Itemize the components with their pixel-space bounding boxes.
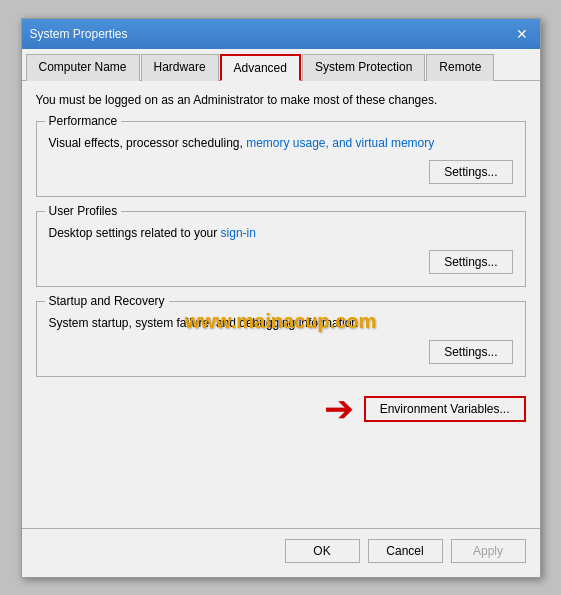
- startup-title: Startup and Recovery: [45, 294, 169, 308]
- environment-variables-button[interactable]: Environment Variables...: [364, 396, 526, 422]
- startup-settings-button[interactable]: Settings...: [429, 340, 512, 364]
- user-profiles-desc: Desktop settings related to your sign-in: [49, 226, 513, 240]
- user-profiles-section: User Profiles Desktop settings related t…: [36, 211, 526, 287]
- user-profiles-settings-button[interactable]: Settings...: [429, 250, 512, 274]
- performance-settings-row: Settings...: [49, 160, 513, 184]
- startup-settings-row: Settings...: [49, 340, 513, 364]
- cancel-button[interactable]: Cancel: [368, 539, 443, 563]
- tab-hardware[interactable]: Hardware: [141, 54, 219, 81]
- user-profiles-desc-start: Desktop settings related to your: [49, 226, 221, 240]
- title-bar: System Properties ✕: [22, 19, 540, 49]
- performance-section: Performance Visual effects, processor sc…: [36, 121, 526, 197]
- footer-buttons: OK Cancel Apply: [22, 528, 540, 577]
- user-profiles-title: User Profiles: [45, 204, 122, 218]
- tab-advanced[interactable]: Advanced: [220, 54, 301, 81]
- env-vars-area: ➔ Environment Variables...: [36, 391, 526, 427]
- system-properties-window: System Properties ✕ Computer Name Hardwa…: [21, 18, 541, 578]
- startup-desc: System startup, system failure, and debu…: [49, 316, 513, 330]
- performance-settings-button[interactable]: Settings...: [429, 160, 512, 184]
- performance-desc: Visual effects, processor scheduling, me…: [49, 136, 513, 150]
- startup-desc-text: System startup, system failure, and debu…: [49, 316, 359, 330]
- arrow-icon: ➔: [324, 391, 354, 427]
- tab-computer-name[interactable]: Computer Name: [26, 54, 140, 81]
- admin-notice: You must be logged on as an Administrato…: [36, 93, 526, 107]
- window-title: System Properties: [30, 27, 128, 41]
- apply-button: Apply: [451, 539, 526, 563]
- close-button[interactable]: ✕: [512, 24, 532, 44]
- tab-bar: Computer Name Hardware Advanced System P…: [22, 49, 540, 81]
- tab-content: You must be logged on as an Administrato…: [22, 81, 540, 524]
- ok-button[interactable]: OK: [285, 539, 360, 563]
- performance-title: Performance: [45, 114, 122, 128]
- user-profiles-settings-row: Settings...: [49, 250, 513, 274]
- user-profiles-desc-link: sign-in: [221, 226, 256, 240]
- performance-desc-start: Visual effects, processor scheduling,: [49, 136, 247, 150]
- tab-system-protection[interactable]: System Protection: [302, 54, 425, 81]
- startup-section: Startup and Recovery System startup, sys…: [36, 301, 526, 377]
- tab-remote[interactable]: Remote: [426, 54, 494, 81]
- performance-desc-link: memory usage, and virtual memory: [246, 136, 434, 150]
